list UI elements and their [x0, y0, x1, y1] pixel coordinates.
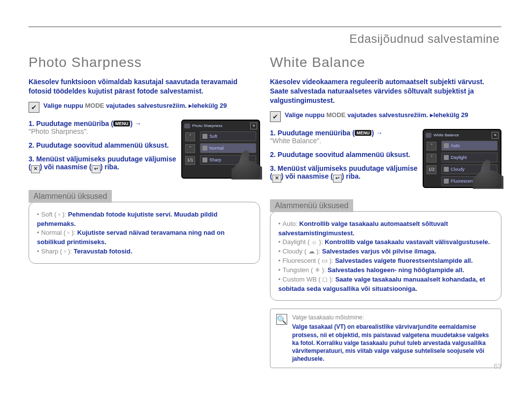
lcd-paging-wb: 1/2 [427, 165, 436, 174]
mode-note: Valige nuppu MODE vajutades salvestusrež… [43, 102, 227, 109]
lcd-up-icon: ˄ [427, 142, 436, 151]
lcd-title: Photo Sharpness [192, 124, 222, 128]
step2: 2. Puudutage soovitud alammenüü üksust. [29, 141, 177, 149]
step1: 1. Puudutage menüüriba (MENU) → [29, 120, 141, 127]
submenu-panel: •Soft ( ▫ ): Pehmendab fotode kujutiste … [29, 202, 260, 264]
camera-icon [184, 124, 190, 128]
bullet-tungsten: •Tungsten ( ✳ ): Salvestades halogeen- n… [278, 266, 493, 275]
lcd-up-icon: ˄ [185, 132, 195, 141]
bullet-auto: •Auto: Kontrollib valge tasakaalu automa… [278, 219, 493, 238]
camera-icon [426, 133, 432, 138]
menu-chip-icon: MENU [355, 130, 372, 136]
intro-text-wb: Käesolev videokaamera reguleerib automaa… [270, 77, 501, 105]
heading-photo-sharpness: Photo Sharpness [29, 55, 260, 70]
return-icon: ↩ [92, 165, 100, 173]
check-icon: ✔ [270, 111, 281, 122]
step2-wb: 2. Puudutage soovitud alammenüü üksust. [270, 151, 419, 158]
mode-note-wb: Valige nuppu MODE vajutades salvestusrež… [285, 111, 468, 119]
lcd-paging: 1/1 [185, 156, 195, 165]
magnifier-icon: 🔍 [276, 314, 287, 325]
lcd-preview-wb: White Balance ✕ ˄ ˅ 1/2 Auto Daylight Cl… [423, 129, 501, 188]
step1-wb-item: "White Balance". [270, 137, 321, 145]
step3: 3. Menüüst väljumiseks puudutage väljumi… [29, 155, 177, 173]
submenu-header-wb: Alammenüü üksused [270, 199, 353, 212]
lcd-down-icon: ˅ [185, 144, 195, 153]
submenu-panel-wb: •Auto: Kontrollib valge tasakaalu automa… [270, 211, 501, 301]
return-icon: ↩ [333, 175, 342, 183]
step1-wb: 1. Puudutage menüüriba (MENU) → [270, 129, 383, 137]
bullet-sharp: •Sharp ( ▫ ): Teravustab fotosid. [37, 247, 252, 256]
step1-item: "Photo Sharpness". [29, 127, 88, 135]
check-icon: ✔ [29, 102, 39, 113]
lcd-close-icon: ✕ [492, 132, 499, 139]
lcd-preview-sharpness: Photo Sharpness ✕ ˄ ˅ 1/1 Soft Normal Sh… [181, 120, 260, 179]
heading-white-balance: White Balance [270, 55, 501, 70]
section-photo-sharpness: Photo Sharpness Käesolev funktsioon võim… [29, 55, 260, 368]
lcd-option-auto: Auto [441, 141, 498, 151]
lcd-down-icon: ˅ [427, 154, 436, 162]
lcd-close-icon: ✕ [250, 123, 257, 129]
bullet-cloudy: •Cloudy ( ☁ ): Salvestades varjus või pi… [278, 247, 493, 256]
bullet-fluorescent: •Fluorescent ( ▭ ): Salvestades valgete … [278, 256, 493, 266]
page-number: 63 [494, 362, 501, 370]
section-white-balance: White Balance Käesolev videokaamera regu… [270, 55, 501, 368]
submenu-header: Alammenüü üksused [29, 190, 112, 203]
bullet-daylight: •Daylight ( ☼ ): Kontrollib valge tasaka… [278, 238, 493, 247]
bullet-soft: •Soft ( ▫ ): Pehmendab fotode kujutiste … [37, 210, 252, 229]
chapter-title: Edasijõudnud salvestamine [29, 32, 499, 46]
close-icon: ✕ [272, 175, 281, 183]
bullet-custom-wb: •Custom WB ( ◻ ): Saate valge tasakaalu … [278, 275, 493, 294]
lcd-option-soft: Soft [200, 131, 256, 141]
bullet-normal: •Normal ( ▫ ): Kujutiste servad näivad t… [37, 228, 252, 247]
lcd-title-wb: White Balance [433, 133, 459, 137]
close-icon: ✕ [31, 165, 40, 173]
intro-text: Käesolev funktsioon võimaldab kasutajal … [29, 77, 260, 96]
menu-chip-icon: MENU [113, 121, 131, 126]
info-body: Valge tasakaal (VT) on ebarealistlike vä… [292, 323, 495, 363]
info-box: 🔍 Valge tasakaalu mõistmine: Valge tasak… [270, 309, 501, 368]
info-title: Valge tasakaalu mõistmine: [292, 314, 495, 321]
step3-wb: 3. Menüüst väljumiseks puudutage väljumi… [270, 164, 419, 183]
